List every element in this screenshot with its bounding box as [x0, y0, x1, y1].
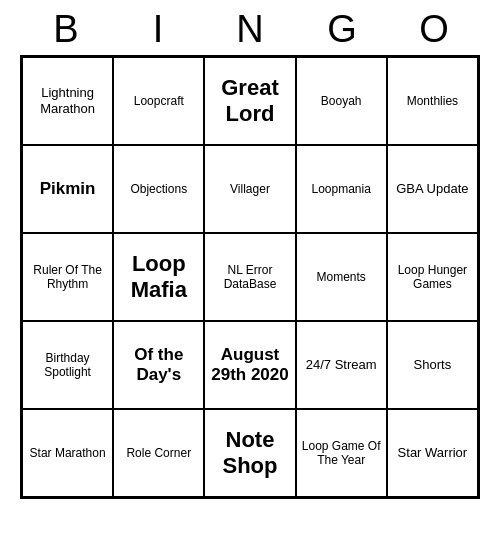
letter-g: G [302, 8, 382, 51]
cell-7: Villager [204, 145, 295, 233]
cell-11: Loop Mafia [113, 233, 204, 321]
cell-8: Loopmania [296, 145, 387, 233]
cell-21: Role Corner [113, 409, 204, 497]
cell-18: 24/7 Stream [296, 321, 387, 409]
cell-5: Pikmin [22, 145, 113, 233]
cell-14: Loop Hunger Games [387, 233, 478, 321]
bingo-header: B I N G O [20, 0, 480, 55]
cell-3: Booyah [296, 57, 387, 145]
bingo-grid: Lightning MarathonLoopcraftGreat LordBoo… [20, 55, 480, 499]
cell-20: Star Marathon [22, 409, 113, 497]
cell-4: Monthlies [387, 57, 478, 145]
cell-19: Shorts [387, 321, 478, 409]
cell-2: Great Lord [204, 57, 295, 145]
cell-13: Moments [296, 233, 387, 321]
letter-i: I [118, 8, 198, 51]
cell-9: GBA Update [387, 145, 478, 233]
cell-17: August 29th 2020 [204, 321, 295, 409]
letter-o: O [394, 8, 474, 51]
cell-6: Objections [113, 145, 204, 233]
cell-23: Loop Game Of The Year [296, 409, 387, 497]
cell-24: Star Warrior [387, 409, 478, 497]
cell-12: NL Error DataBase [204, 233, 295, 321]
letter-n: N [210, 8, 290, 51]
cell-15: Birthday Spotlight [22, 321, 113, 409]
cell-1: Loopcraft [113, 57, 204, 145]
letter-b: B [26, 8, 106, 51]
cell-10: Ruler Of The Rhythm [22, 233, 113, 321]
cell-0: Lightning Marathon [22, 57, 113, 145]
cell-16: Of the Day's [113, 321, 204, 409]
cell-22: Note Shop [204, 409, 295, 497]
